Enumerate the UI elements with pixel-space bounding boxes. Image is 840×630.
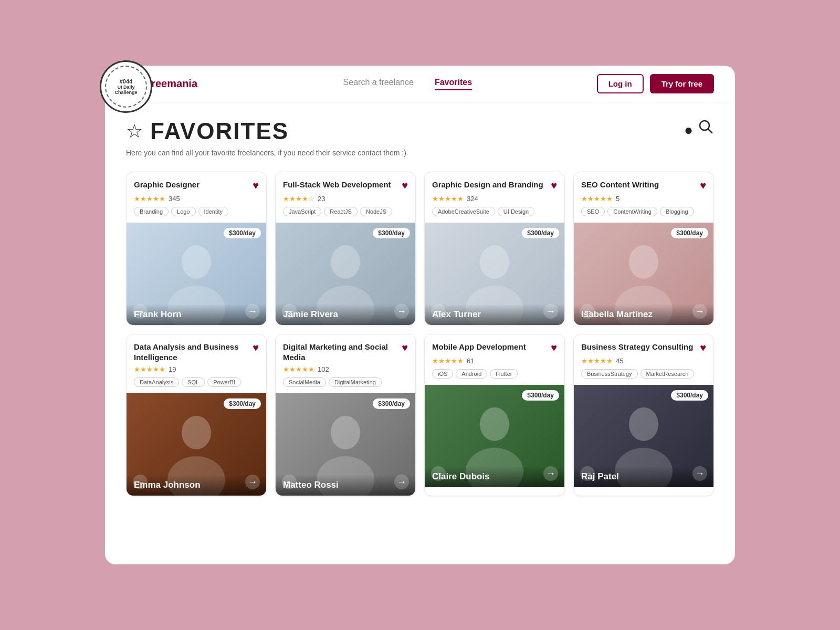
tag: Flutter [490,369,518,379]
stars: ★★★★★ [581,357,613,365]
prev-arrow[interactable]: ← [282,304,297,319]
stars: ★★★★★ [432,195,464,203]
nav: Search a freelance Favorites [218,78,597,90]
stars: ★★★★★ [581,195,613,203]
logo-text: Freemania [145,78,197,90]
cards-grid: Graphic Designer ♥ ★★★★★ 345 BrandingLog… [126,172,714,496]
rating-count: 19 [169,365,176,373]
nav-arrows: ← → [574,466,713,481]
card-image: Raj Patel $300/day ← → [574,385,713,487]
nav-arrows: ← → [127,304,266,319]
tag: SocialMedia [283,377,326,387]
rating-count: 5 [616,195,620,203]
freelancer-card[interactable]: Digital Marketing and Social Media ♥ ★★★… [275,334,416,496]
heart-button[interactable]: ♥ [253,342,259,354]
next-arrow[interactable]: → [245,304,260,319]
heart-button[interactable]: ♥ [402,342,408,354]
page-header: ☆ FAVORITES ● [126,118,714,144]
price-badge: $300/day [224,228,261,238]
search-icon[interactable]: ● [684,118,714,139]
rating-row: ★★★★★ 324 [432,195,557,203]
prev-arrow[interactable]: ← [431,304,446,319]
tag: SQL [182,377,205,387]
heart-button[interactable]: ♥ [551,180,557,192]
card-title-row: Graphic Designer ♥ [134,180,259,192]
heart-button[interactable]: ♥ [551,342,557,354]
main-content: ☆ FAVORITES ● Here you can find all your… [105,102,735,512]
star-icon: ☆ [126,120,143,142]
rating-count: 324 [467,195,478,203]
card-image: Matteo Rossi $300/day ← → [276,393,415,496]
svg-point-2 [182,245,211,279]
tag: DigitalMarketing [329,377,382,387]
prev-arrow[interactable]: ← [133,304,148,319]
card-title-row: Digital Marketing and Social Media ♥ [283,342,408,362]
card-image: Frank Horn $300/day ← → [127,223,266,325]
heart-button[interactable]: ♥ [700,342,706,354]
freelancer-card[interactable]: Graphic Designer ♥ ★★★★★ 345 BrandingLog… [126,172,267,326]
freelancer-card[interactable]: Business Strategy Consulting ♥ ★★★★★ 45 … [573,334,714,496]
tag: Logo [171,207,195,216]
prev-arrow[interactable]: ← [282,475,297,489]
nav-arrows: ← → [425,466,564,481]
nav-search[interactable]: Search a freelance [343,78,414,90]
prev-arrow[interactable]: ← [580,304,595,319]
tag: AdobeCreativeSuite [432,207,495,216]
next-arrow[interactable]: → [543,466,558,481]
try-button[interactable]: Try for free [650,74,714,93]
next-arrow[interactable]: → [245,475,260,489]
svg-point-4 [331,245,360,279]
prev-arrow[interactable]: ← [133,475,148,489]
card-title-row: Full-Stack Web Development ♥ [283,180,408,192]
prev-arrow[interactable]: ← [580,466,595,481]
freelancer-card[interactable]: Full-Stack Web Development ♥ ★★★★☆ 23 Ja… [275,172,416,326]
card-title-row: Mobile App Development ♥ [432,342,557,354]
heart-button[interactable]: ♥ [402,180,408,192]
heart-button[interactable]: ♥ [253,180,259,192]
rating-count: 23 [318,195,325,203]
card-title-row: Data Analysis and Business Intelligence … [134,342,259,362]
nav-arrows: ← → [425,304,564,319]
freelancer-card[interactable]: Data Analysis and Business Intelligence … [126,334,267,496]
next-arrow[interactable]: → [394,475,409,489]
challenge-badge: #044 UI Daily Challenge [100,60,152,113]
prev-arrow[interactable]: ← [431,466,446,481]
card-info: SEO Content Writing ♥ ★★★★★ 5 SEOContent… [574,172,713,223]
tags: iOSAndroidFlutter [432,369,557,379]
card-title: Full-Stack Web Development [283,180,397,190]
login-button[interactable]: Log in [597,74,644,93]
rating-row: ★★★★☆ 23 [283,195,408,203]
freelancer-card[interactable]: Mobile App Development ♥ ★★★★★ 61 iOSAnd… [424,334,565,496]
next-arrow[interactable]: → [692,304,707,319]
card-title: Business Strategy Consulting [581,342,696,352]
rating-row: ★★★★★ 102 [283,365,408,373]
heart-button[interactable]: ♥ [700,180,706,192]
next-arrow[interactable]: → [543,304,558,319]
next-arrow[interactable]: → [394,304,409,319]
stars: ★★★★★ [134,365,165,373]
tags: AdobeCreativeSuiteUI Design [432,207,557,216]
rating-row: ★★★★★ 19 [134,365,259,373]
tags: JavaScriptReactJSNodeJS [283,207,408,216]
tags: SEOContentWritingBlogging [581,207,706,216]
rating-row: ★★★★★ 5 [581,195,706,203]
card-info: Full-Stack Web Development ♥ ★★★★☆ 23 Ja… [276,172,415,223]
card-info: Mobile App Development ♥ ★★★★★ 61 iOSAnd… [425,334,564,385]
next-arrow[interactable]: → [692,466,707,481]
card-title: Data Analysis and Business Intelligence [134,342,248,362]
tags: DataAnalysisSQLPowerBI [134,377,259,387]
card-title: Graphic Design and Branding [432,180,547,190]
stars: ★★★★★ [283,365,314,373]
nav-arrows: ← → [127,475,266,489]
tag: MarketResearch [640,369,695,379]
nav-arrows: ← → [574,304,713,319]
card-info: Graphic Designer ♥ ★★★★★ 345 BrandingLog… [127,172,266,223]
card-info: Graphic Design and Branding ♥ ★★★★★ 324 … [425,172,564,223]
tags: BrandingLogoIdentity [134,207,259,216]
freelancer-card[interactable]: SEO Content Writing ♥ ★★★★★ 5 SEOContent… [573,172,714,326]
svg-point-6 [480,245,509,279]
price-badge: $300/day [522,228,559,238]
nav-favorites[interactable]: Favorites [435,78,472,90]
app-container: Freemania Search a freelance Favorites L… [105,66,735,564]
freelancer-card[interactable]: Graphic Design and Branding ♥ ★★★★★ 324 … [424,172,565,326]
